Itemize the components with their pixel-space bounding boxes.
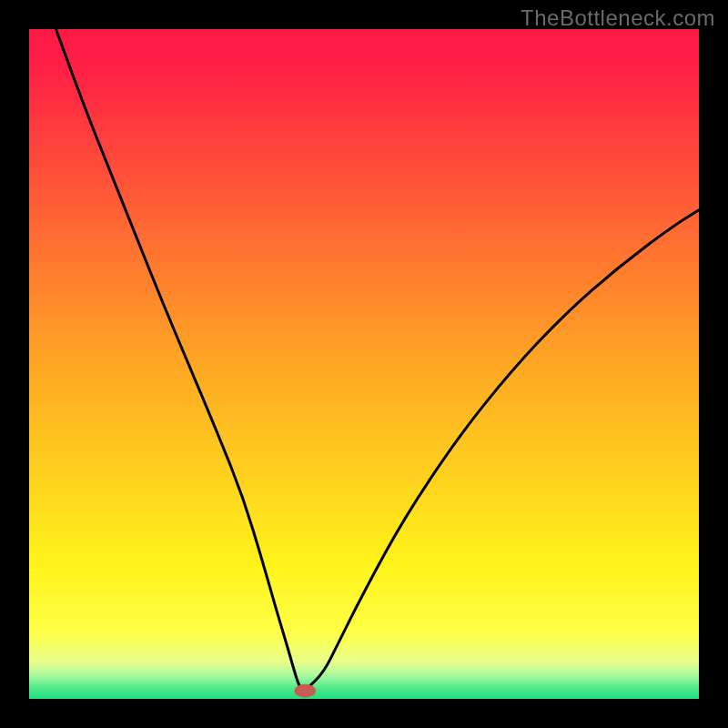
watermark-text: TheBottleneck.com xyxy=(521,5,715,31)
chart-plot-area xyxy=(29,29,699,699)
chart-svg xyxy=(29,29,699,699)
gradient-background xyxy=(29,29,699,699)
optimal-point-marker xyxy=(294,684,316,698)
chart-frame: TheBottleneck.com xyxy=(0,0,728,728)
